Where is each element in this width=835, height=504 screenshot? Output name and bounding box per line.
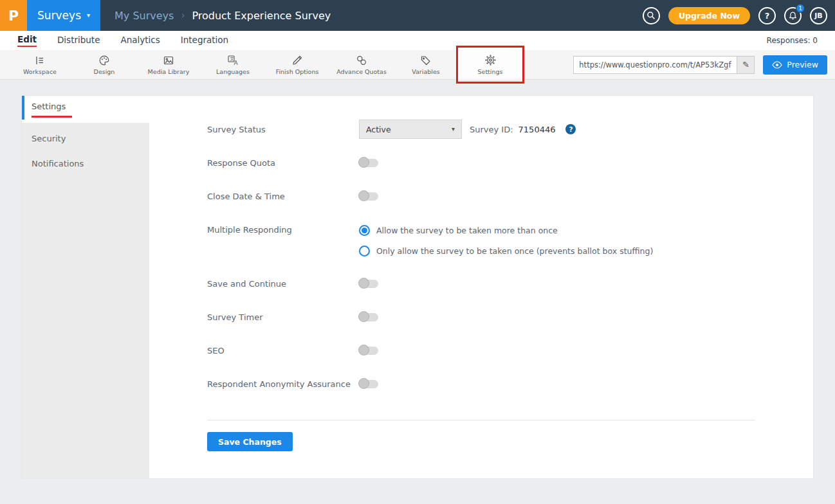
top-bar: P Surveys ▾ My Surveys › Product Experie…: [0, 0, 835, 31]
question-mark-glyph: ?: [569, 125, 573, 133]
close-date-toggle[interactable]: [359, 192, 378, 201]
survey-status-select[interactable]: Active ▾: [359, 120, 462, 139]
toggle-knob: [358, 278, 369, 289]
toolbar-item-variables[interactable]: Variables: [394, 50, 458, 80]
toolbar-item-languages[interactable]: 文 A Languages: [201, 50, 265, 80]
languages-icon: 文 A: [227, 55, 239, 66]
preview-button[interactable]: Preview: [763, 55, 827, 75]
survey-timer-label: Survey Timer: [207, 312, 359, 322]
question-mark-icon: ?: [765, 11, 770, 21]
save-changes-button[interactable]: Save Changes: [207, 432, 293, 451]
settings-form: Survey Status Active ▾ Survey ID: 715044…: [149, 96, 813, 478]
anonymity-toggle[interactable]: [359, 380, 378, 388]
sidebar-item-label: Security: [32, 134, 66, 143]
toolbar-label: Settings: [478, 68, 503, 75]
toolbar-label: Finish Options: [276, 68, 319, 75]
survey-status-value: Active: [366, 125, 391, 134]
svg-text:A: A: [234, 60, 239, 66]
survey-id-label: Survey ID:: [470, 125, 513, 134]
toolbar-label: Workspace: [23, 68, 57, 75]
multiple-responding-label: Multiple Responding: [207, 221, 359, 239]
toggle-knob: [358, 157, 369, 168]
close-date-label: Close Date & Time: [207, 192, 359, 201]
toolbar-item-workspace[interactable]: Workspace: [8, 50, 72, 80]
save-continue-toggle[interactable]: [359, 280, 378, 288]
toolbar-label: Variables: [412, 68, 439, 75]
response-quota-toggle[interactable]: [359, 159, 378, 167]
toolbar-item-design[interactable]: Design: [72, 50, 136, 80]
toggle-knob: [358, 378, 369, 389]
survey-id-help-icon[interactable]: ?: [565, 124, 576, 134]
survey-url-wrap: ✎: [573, 56, 755, 74]
survey-status-label: Survey Status: [207, 125, 359, 134]
toolbar-label: Media Library: [148, 68, 190, 75]
sidebar-item-label: Notifications: [32, 159, 84, 168]
radio-label: Only allow the survey to be taken once (…: [376, 246, 653, 256]
toolbar-item-finish-options[interactable]: Finish Options: [265, 50, 329, 80]
save-continue-row: Save and Continue: [207, 267, 813, 300]
help-button[interactable]: ?: [758, 7, 776, 24]
page-title: Product Experience Survey: [192, 10, 331, 22]
toolbar-item-advance-quotas[interactable]: Advance Quotas: [329, 50, 394, 80]
response-quota-label: Response Quota: [207, 158, 359, 168]
topbar-actions: Upgrade Now ? 1 JB: [643, 7, 835, 24]
product-switcher-label: Surveys: [37, 9, 81, 22]
settings-sidebar: Settings Security Notifications: [22, 96, 149, 478]
upgrade-now-button[interactable]: Upgrade Now: [668, 7, 750, 24]
toolbar-label: Advance Quotas: [336, 68, 387, 75]
settings-card: Settings Security Notifications Survey S…: [21, 95, 814, 479]
save-continue-label: Save and Continue: [207, 279, 359, 289]
breadcrumb-my-surveys[interactable]: My Surveys: [115, 10, 174, 22]
eye-icon: [772, 61, 782, 69]
seo-label: SEO: [207, 346, 359, 356]
avatar[interactable]: JB: [810, 7, 827, 24]
close-date-row: Close Date & Time: [207, 179, 813, 213]
breadcrumb: My Surveys › Product Experience Survey: [115, 10, 331, 22]
seo-toggle[interactable]: [359, 346, 378, 355]
sidebar-item-label: Settings: [32, 102, 72, 118]
sidebar-item-notifications[interactable]: Notifications: [22, 151, 149, 176]
toolbar-label: Design: [94, 68, 115, 75]
form-divider: [207, 420, 755, 420]
tab-edit[interactable]: Edit: [17, 34, 37, 47]
design-icon: [98, 55, 110, 66]
questionpro-logo[interactable]: P: [0, 0, 27, 31]
survey-url-input[interactable]: [574, 57, 737, 73]
search-icon: [647, 11, 656, 20]
survey-timer-toggle[interactable]: [359, 313, 378, 321]
edit-toolbar: Workspace Design Media Library 文 A Langu…: [0, 50, 835, 80]
bell-icon: [788, 11, 798, 21]
response-quota-row: Response Quota: [207, 146, 813, 179]
chevron-down-icon: ▾: [452, 126, 455, 132]
survey-id-value: 7150446: [518, 125, 556, 134]
sidebar-item-security[interactable]: Security: [22, 126, 149, 151]
main-content: Settings Security Notifications Survey S…: [0, 80, 835, 479]
anonymity-label: Respondent Anonymity Assurance: [207, 379, 359, 389]
toolbar-item-media-library[interactable]: Media Library: [136, 50, 201, 80]
search-button[interactable]: [643, 7, 660, 24]
toolbar-item-settings[interactable]: Settings: [458, 50, 522, 80]
edit-url-button[interactable]: ✎: [737, 57, 754, 73]
variables-icon: [420, 55, 432, 66]
radio-label: Allow the survey to be taken more than o…: [376, 226, 558, 235]
notification-badge: 1: [796, 4, 805, 13]
radio-allow-once[interactable]: [359, 246, 370, 256]
product-switcher[interactable]: Surveys ▾: [27, 0, 100, 31]
multiple-responding-row: Multiple Responding Allow the survey to …: [207, 213, 813, 267]
toggle-knob: [358, 345, 369, 356]
share-section: ✎ Preview: [573, 55, 827, 75]
sidebar-item-settings[interactable]: Settings: [22, 96, 149, 123]
notifications-button[interactable]: 1: [784, 7, 802, 24]
tab-integration[interactable]: Integration: [181, 35, 228, 46]
preview-button-label: Preview: [787, 60, 818, 69]
survey-status-row: Survey Status Active ▾ Survey ID: 715044…: [207, 113, 813, 146]
tab-distribute[interactable]: Distribute: [57, 35, 100, 46]
radio-option-multiple: Allow the survey to be taken more than o…: [359, 221, 653, 239]
responses-count: Responses: 0: [767, 36, 818, 45]
chevron-down-icon: ▾: [87, 12, 90, 19]
toggle-knob: [358, 311, 369, 322]
radio-allow-multiple[interactable]: [359, 225, 370, 236]
tab-analytics[interactable]: Analytics: [120, 35, 160, 46]
finish-options-icon: [291, 55, 303, 66]
media-library-icon: [163, 55, 174, 66]
